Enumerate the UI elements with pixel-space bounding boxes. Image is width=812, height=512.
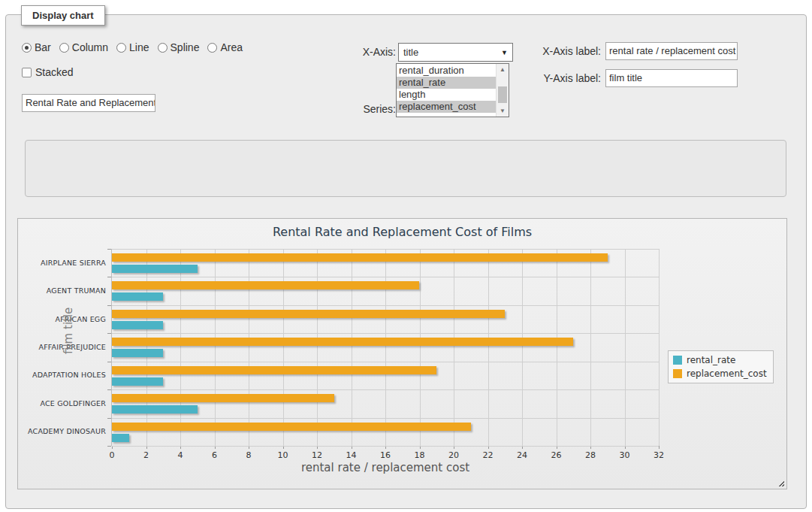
gridline bbox=[112, 362, 659, 362]
category-label: AIRPLANE SIERRA bbox=[18, 259, 106, 267]
series-option-rental_rate[interactable]: rental_rate bbox=[397, 77, 496, 89]
x-tick-label: 24 bbox=[507, 450, 537, 460]
legend-item-replacement_cost[interactable]: replacement_cost bbox=[673, 368, 767, 379]
gridline bbox=[557, 249, 557, 446]
radio-icon[interactable] bbox=[116, 43, 126, 53]
gridline bbox=[112, 305, 659, 306]
series-option-length[interactable]: length bbox=[397, 89, 496, 101]
x-axis-label-field-label: X-Axis label: bbox=[526, 42, 601, 61]
bar-replacement_cost[interactable] bbox=[112, 366, 436, 374]
bar-rental_rate[interactable] bbox=[112, 321, 163, 329]
resize-handle-icon[interactable] bbox=[777, 479, 784, 486]
gridline bbox=[659, 249, 660, 446]
radio-label: Spline bbox=[171, 41, 200, 53]
gridline bbox=[590, 249, 591, 446]
gridline bbox=[112, 277, 659, 277]
bar-rental_rate[interactable] bbox=[112, 349, 163, 357]
bar-rental_rate[interactable] bbox=[112, 405, 198, 414]
gridline bbox=[454, 249, 454, 446]
y-axis-title: film title bbox=[62, 338, 75, 354]
chart-type-radio-bar[interactable]: Bar bbox=[22, 41, 51, 53]
x-tick-label: 18 bbox=[405, 450, 435, 460]
legend-label: rental_rate bbox=[687, 355, 735, 365]
gridline bbox=[112, 418, 659, 419]
chart-type-radio-line[interactable]: Line bbox=[116, 41, 149, 53]
gridline bbox=[112, 333, 659, 334]
chevron-down-icon: ▼ bbox=[501, 49, 508, 56]
listbox-scrollbar[interactable]: ▲ ▼ bbox=[496, 64, 509, 117]
x-tick-label: 30 bbox=[610, 450, 640, 460]
scroll-down-icon[interactable]: ▼ bbox=[497, 105, 509, 117]
radio-icon[interactable] bbox=[59, 43, 69, 53]
stacked-label: Stacked bbox=[35, 66, 74, 78]
y-tick bbox=[107, 305, 111, 306]
stacked-checkbox[interactable] bbox=[22, 68, 32, 77]
gridline bbox=[146, 249, 147, 446]
gridline bbox=[385, 249, 386, 446]
radio-icon[interactable] bbox=[207, 43, 217, 53]
gridline bbox=[625, 249, 626, 446]
bar-replacement_cost[interactable] bbox=[112, 253, 608, 262]
y-tick bbox=[107, 389, 111, 390]
bar-replacement_cost[interactable] bbox=[112, 310, 505, 318]
series-option-replacement_cost[interactable]: replacement_cost bbox=[397, 101, 496, 113]
bar-replacement_cost[interactable] bbox=[112, 281, 419, 289]
x-tick-label: 10 bbox=[268, 450, 298, 460]
x-tick-label: 2 bbox=[131, 450, 161, 460]
radio-icon[interactable] bbox=[22, 43, 32, 53]
bar-replacement_cost[interactable] bbox=[112, 423, 471, 431]
y-tick bbox=[107, 277, 111, 277]
x-tick-label: 12 bbox=[302, 450, 332, 460]
series-select-label: Series: bbox=[323, 100, 396, 119]
radio-label: Bar bbox=[35, 41, 51, 53]
bar-rental_rate[interactable] bbox=[112, 292, 163, 301]
x-tick-label: 0 bbox=[97, 450, 127, 460]
x-tick-label: 14 bbox=[337, 450, 367, 460]
bar-rental_rate[interactable] bbox=[112, 265, 198, 273]
bar-rental_rate[interactable] bbox=[112, 377, 163, 386]
chart-type-radio-column[interactable]: Column bbox=[59, 41, 108, 53]
chart-type-radio-area[interactable]: Area bbox=[207, 41, 243, 53]
bar-rental_rate[interactable] bbox=[112, 434, 129, 442]
chart-container: Rental Rate and Replacement Cost of Film… bbox=[17, 218, 787, 489]
y-axis-line bbox=[111, 249, 112, 446]
panel-title: Display chart bbox=[21, 5, 105, 26]
category-label: ADAPTATION HOLES bbox=[18, 371, 106, 379]
gridline bbox=[112, 389, 659, 390]
x-tick-label: 4 bbox=[165, 450, 195, 460]
chart-title: Rental Rate and Replacement Cost of Film… bbox=[18, 225, 786, 239]
chart-title-input[interactable]: Rental Rate and Replacement Cost of Film… bbox=[22, 94, 155, 112]
y-axis-label-input[interactable]: film title bbox=[605, 69, 738, 87]
y-tick bbox=[107, 362, 111, 362]
radio-icon[interactable] bbox=[158, 43, 168, 53]
legend-swatch-icon bbox=[673, 356, 682, 365]
chart-type-radio-spline[interactable]: Spline bbox=[158, 41, 200, 53]
radio-label: Area bbox=[220, 41, 243, 53]
legend-item-rental_rate[interactable]: rental_rate bbox=[673, 355, 767, 365]
gridline bbox=[180, 249, 181, 446]
stacked-checkbox-row[interactable]: Stacked bbox=[22, 66, 74, 78]
scroll-up-icon[interactable]: ▲ bbox=[497, 64, 509, 75]
scrollbar-thumb[interactable] bbox=[498, 86, 507, 103]
page: Display chart BarColumnLineSplineArea St… bbox=[0, 0, 812, 512]
gridline bbox=[488, 249, 489, 446]
bar-replacement_cost[interactable] bbox=[112, 394, 334, 402]
series-option-rental_duration[interactable]: rental_duration bbox=[397, 65, 496, 77]
x-tick-label: 32 bbox=[644, 450, 674, 460]
gridline bbox=[317, 249, 318, 446]
x-tick-label: 22 bbox=[473, 450, 503, 460]
gridline bbox=[215, 249, 216, 446]
category-label: ACE GOLDFINGER bbox=[18, 399, 106, 407]
x-axis-selected-value: title bbox=[403, 47, 418, 58]
x-tick-label: 8 bbox=[234, 450, 264, 460]
bar-replacement_cost[interactable] bbox=[112, 338, 573, 346]
series-listbox[interactable]: rental_durationrental_ratelengthreplacem… bbox=[396, 63, 509, 117]
y-axis-label-field-label: Y-Axis label: bbox=[526, 69, 601, 88]
x-tick bbox=[659, 446, 660, 449]
x-axis-select[interactable]: title ▼ bbox=[398, 43, 513, 62]
x-tick-label: 26 bbox=[542, 450, 572, 460]
x-axis-label-input[interactable]: rental rate / replacement cost bbox=[605, 42, 738, 60]
gridline bbox=[283, 249, 284, 446]
chart-legend: rental_ratereplacement_cost bbox=[668, 350, 774, 383]
y-tick bbox=[107, 418, 111, 419]
